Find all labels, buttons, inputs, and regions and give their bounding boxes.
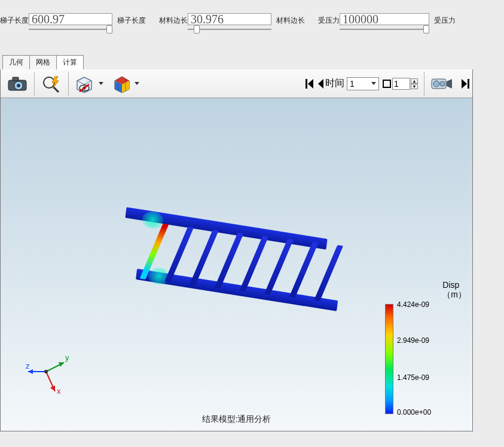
snapshot-button[interactable] [2, 71, 33, 97]
tab-mesh[interactable]: 网格 [29, 55, 57, 69]
svg-point-3 [17, 84, 20, 87]
svg-rect-23 [383, 80, 390, 87]
pressure-slider[interactable] [340, 26, 429, 32]
spin-down-icon[interactable]: ▼ [411, 84, 418, 89]
quick-view-button[interactable] [36, 71, 67, 97]
rung [215, 233, 244, 288]
svg-marker-27 [447, 79, 452, 89]
param-label-material-edge: 材料边长 [159, 13, 188, 26]
record-button[interactable] [426, 71, 459, 97]
rung [264, 239, 294, 294]
legend-tick: 1.475e-09 [397, 373, 429, 382]
result-viewport[interactable]: z y x Disp （m） 4.424e-09 2.949e-09 1.475… [1, 98, 472, 431]
svg-rect-20 [306, 79, 307, 89]
step-last-button[interactable] [459, 71, 471, 97]
parameter-bar: 梯子长度 梯子长度 材料边长 材料边长 受压力 受压力 [0, 0, 504, 38]
param-label-ladder-length: 梯子长度 [0, 13, 29, 26]
step-prev-button[interactable] [316, 71, 325, 97]
material-edge-input[interactable] [188, 13, 271, 25]
pressure-input[interactable] [340, 13, 429, 25]
legend-tick: 2.949e-09 [397, 336, 429, 345]
param-label-ladder-length-after: 梯子长度 [117, 13, 146, 26]
ladder-length-slider[interactable] [29, 26, 112, 32]
camcorder-icon [430, 77, 454, 91]
stop-icon [383, 80, 391, 88]
colormap-button[interactable] [108, 71, 144, 97]
material-edge-slider[interactable] [188, 26, 271, 32]
svg-line-5 [53, 87, 59, 92]
rung [239, 236, 268, 291]
svg-point-36 [44, 370, 48, 373]
tab-compute[interactable]: 计算 [56, 55, 84, 69]
rung [190, 230, 219, 285]
magnifier-lightning-icon [41, 75, 62, 93]
legend-tick: 4.424e-09 [397, 300, 429, 309]
rung [164, 227, 194, 282]
chevron-down-icon [371, 82, 376, 85]
param-ladder-length: 梯子长度 梯子长度 [0, 13, 146, 32]
svg-marker-22 [318, 79, 323, 89]
legend-color-bar [385, 304, 393, 414]
legend-title-line2: （m） [442, 290, 466, 300]
time-select-value: 1 [350, 79, 368, 89]
param-label-pressure-after: 受压力 [434, 13, 456, 26]
step-spinner[interactable]: ▲ ▼ [411, 78, 418, 89]
results-toolbar: 时间 1 ▲ ▼ [1, 69, 472, 98]
tab-row: 几何 网格 计算 [0, 38, 504, 69]
camera-icon [7, 75, 28, 92]
view-mode-button[interactable] [70, 71, 108, 97]
cube-eye-off-icon [75, 75, 95, 93]
chevron-down-icon [135, 82, 139, 85]
step-input[interactable] [392, 78, 410, 90]
colormap-cube-icon [113, 75, 131, 93]
svg-point-25 [433, 81, 439, 87]
viewport-caption: 结果模型:通用分析 [1, 414, 472, 425]
spin-up-icon[interactable]: ▲ [411, 78, 418, 84]
axis-z-label: z [26, 361, 30, 370]
svg-point-26 [440, 81, 445, 86]
ladder-model [115, 205, 347, 327]
rung [314, 245, 343, 300]
param-pressure: 受压力 受压力 [318, 13, 456, 32]
color-legend: 4.424e-09 2.949e-09 1.475e-09 0.000e+00 [385, 304, 451, 414]
legend-title: Disp （m） [442, 280, 466, 300]
skip-first-icon [305, 78, 314, 90]
ladder-length-input[interactable] [29, 13, 112, 25]
time-select[interactable]: 1 [347, 77, 379, 90]
axis-x-label: x [57, 387, 61, 396]
time-label: 时间 [325, 77, 344, 90]
chevron-down-icon [99, 82, 103, 85]
legend-title-line1: Disp [442, 280, 466, 290]
param-label-pressure: 受压力 [318, 13, 340, 26]
step-first-button[interactable] [304, 71, 316, 97]
param-label-material-edge-after: 材料边长 [276, 13, 305, 26]
param-material-edge: 材料边长 材料边长 [159, 13, 305, 32]
svg-marker-21 [308, 79, 313, 89]
stop-button[interactable] [381, 71, 392, 97]
svg-rect-1 [13, 77, 19, 81]
skip-last-icon [460, 78, 470, 90]
axis-triad: z y x [22, 345, 76, 399]
svg-rect-29 [468, 79, 469, 89]
tab-geometry[interactable]: 几何 [2, 55, 30, 69]
play-prev-icon [317, 78, 324, 90]
axis-y-label: y [65, 353, 69, 362]
svg-marker-28 [462, 79, 467, 89]
rung [289, 242, 319, 297]
